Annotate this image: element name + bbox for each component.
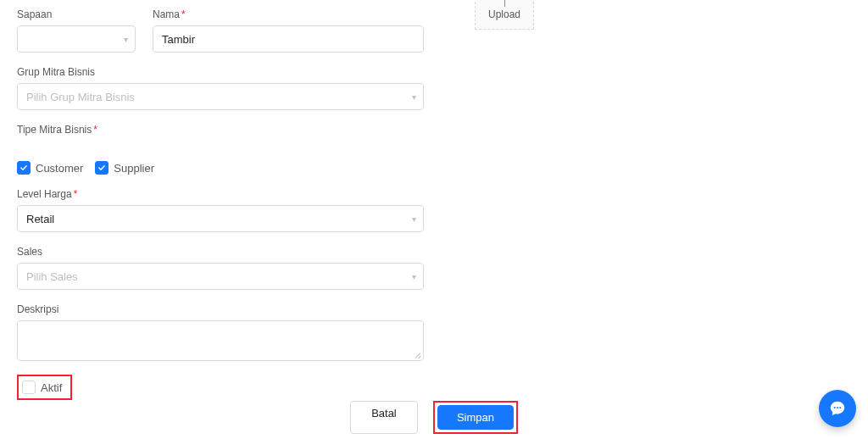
level-label: Level Harga* bbox=[17, 188, 424, 200]
chevron-down-icon: ▾ bbox=[412, 214, 416, 224]
footer-actions: Batal Simpan bbox=[0, 401, 868, 434]
level-value: Retail bbox=[26, 213, 54, 225]
aktif-highlight: Aktif bbox=[17, 375, 72, 400]
upload-icon bbox=[504, 0, 505, 7]
aktif-label: Aktif bbox=[41, 381, 62, 394]
supplier-checkbox[interactable]: Supplier bbox=[95, 161, 154, 175]
deskripsi-textarea[interactable] bbox=[17, 320, 424, 361]
chat-fab[interactable] bbox=[819, 390, 856, 427]
svg-point-1 bbox=[837, 407, 838, 408]
sales-label: Sales bbox=[17, 246, 424, 258]
customer-checkbox[interactable]: Customer bbox=[17, 161, 83, 175]
svg-point-2 bbox=[839, 407, 841, 408]
upload-label: Upload bbox=[488, 8, 520, 20]
save-highlight: Simpan bbox=[433, 401, 518, 434]
supplier-label: Supplier bbox=[114, 162, 154, 175]
required-icon: * bbox=[93, 124, 97, 136]
sapaan-label: Sapaan bbox=[17, 8, 136, 20]
svg-point-0 bbox=[834, 407, 836, 408]
grup-placeholder: Pilih Grup Mitra Bisnis bbox=[26, 91, 135, 103]
cancel-button[interactable]: Batal bbox=[350, 401, 418, 434]
sales-placeholder: Pilih Sales bbox=[26, 270, 78, 283]
sales-select[interactable]: Pilih Sales ▾ bbox=[17, 263, 424, 290]
required-icon: * bbox=[181, 8, 186, 20]
deskripsi-label: Deskripsi bbox=[17, 303, 424, 315]
aktif-checkbox[interactable]: Aktif bbox=[22, 381, 62, 394]
save-button[interactable]: Simpan bbox=[437, 405, 514, 430]
chevron-down-icon: ▾ bbox=[124, 35, 128, 44]
upload-box[interactable]: Upload bbox=[475, 0, 534, 30]
resize-handle-icon[interactable] bbox=[413, 350, 421, 358]
tipe-label: Tipe Mitra Bisnis* bbox=[17, 124, 851, 136]
level-select[interactable]: Retail ▾ bbox=[17, 205, 424, 232]
sapaan-select[interactable]: ▾ bbox=[17, 25, 136, 53]
customer-label: Customer bbox=[36, 162, 83, 175]
nama-value: Tambir bbox=[162, 33, 195, 46]
chevron-down-icon: ▾ bbox=[412, 92, 416, 102]
required-icon: * bbox=[74, 188, 78, 200]
nama-input[interactable]: Tambir bbox=[153, 25, 424, 53]
chevron-down-icon: ▾ bbox=[412, 272, 416, 281]
checkbox-checked-icon bbox=[17, 161, 31, 175]
checkbox-unchecked-icon bbox=[22, 381, 36, 394]
chat-icon bbox=[828, 399, 847, 418]
grup-label: Grup Mitra Bisnis bbox=[17, 66, 424, 78]
checkbox-checked-icon bbox=[95, 161, 108, 175]
grup-select[interactable]: Pilih Grup Mitra Bisnis ▾ bbox=[17, 83, 424, 110]
nama-label: Nama* bbox=[153, 8, 424, 20]
